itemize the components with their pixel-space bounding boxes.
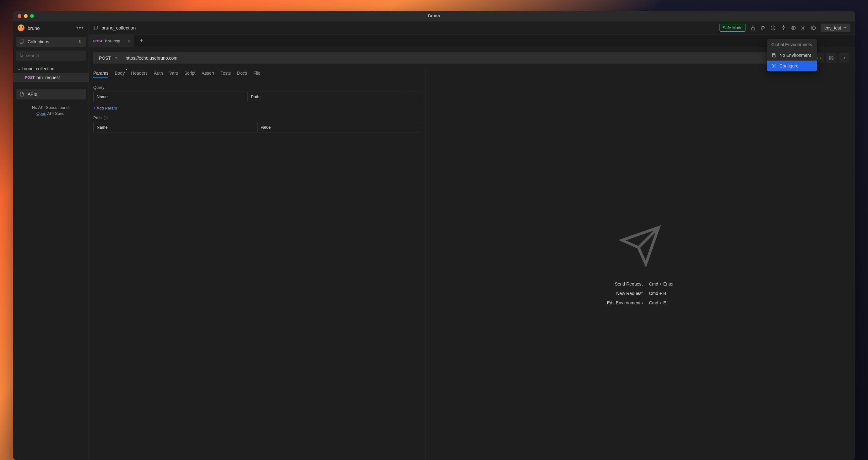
tab-body[interactable]: Body <box>115 69 125 78</box>
collection-name: bruno_collection <box>22 66 54 71</box>
svg-point-1 <box>20 54 22 57</box>
window-minimize-button[interactable] <box>24 14 28 18</box>
info-icon[interactable]: ? <box>104 116 108 120</box>
apis-label: APIs <box>28 92 37 97</box>
runner-icon[interactable] <box>780 25 786 31</box>
query-actions-header <box>402 92 421 102</box>
tab-auth[interactable]: Auth <box>154 69 163 78</box>
lock-icon[interactable] <box>750 25 756 31</box>
tab-headers[interactable]: Headers <box>131 69 148 78</box>
apis-button[interactable]: APIs <box>16 89 86 99</box>
method-select[interactable]: POST ▼ <box>93 56 123 61</box>
apis-empty-text: No API Specs found. <box>17 105 85 110</box>
new-request-label: New Request <box>607 291 643 296</box>
env-menu-header: Global Environments <box>767 39 817 50</box>
app-window: Bruno bruno ••• Collections ⇅ <box>13 11 855 460</box>
edit-env-label: Edit Environments <box>607 300 643 305</box>
query-path-header: Path <box>248 92 402 102</box>
branch-icon[interactable] <box>760 25 766 31</box>
chevron-down-icon: ⌄ <box>18 67 21 71</box>
environment-dropdown[interactable]: env_test ▼ <box>820 24 850 32</box>
tab-assert[interactable]: Assert <box>202 69 214 78</box>
collection-folder[interactable]: ⌄ bruno_collection <box>13 64 89 73</box>
url-input[interactable] <box>123 56 810 61</box>
tab-method: POST <box>93 39 103 43</box>
request-item[interactable]: POST bru_request <box>13 73 89 82</box>
window-close-button[interactable] <box>18 14 21 18</box>
save-button[interactable] <box>826 53 837 63</box>
request-editor: Params Body Headers Auth Vars Script Ass… <box>89 69 426 460</box>
add-tab-button[interactable]: + <box>135 38 148 44</box>
url-bar-row: POST ▼ <box>89 47 855 69</box>
edit-env-key: Cmd + E <box>649 300 674 305</box>
open-api-spec-link[interactable]: Open <box>36 111 46 116</box>
search-icon <box>20 53 24 58</box>
request-body: Params Body Headers Auth Vars Script Ass… <box>89 69 855 460</box>
svg-point-4 <box>761 26 763 27</box>
eye-icon[interactable] <box>790 25 796 31</box>
new-request-key: Cmd + B <box>649 291 674 296</box>
bruno-logo-icon <box>18 25 25 31</box>
tab-script[interactable]: Script <box>184 69 196 78</box>
send-request-key: Cmd + Enter <box>649 282 674 287</box>
sidebar-header: bruno ••• <box>13 21 89 35</box>
svg-point-5 <box>761 29 763 30</box>
send-button[interactable] <box>838 53 849 63</box>
path-label: Path ? <box>93 116 421 120</box>
env-label: env_test <box>824 25 841 30</box>
sidebar-menu-icon[interactable]: ••• <box>76 25 84 31</box>
chevron-down-icon: ▼ <box>115 57 118 60</box>
request-tab[interactable]: POST bru_requ... × <box>89 35 135 47</box>
topbar: bruno_collection Safe Mode env_test ▼ <box>89 21 855 35</box>
tab-vars[interactable]: Vars <box>169 69 178 78</box>
environment-menu: Global Environments No Environment Confi… <box>767 39 817 71</box>
logo-row: bruno <box>18 25 39 31</box>
apis-open-suffix: API Spec. <box>46 111 66 116</box>
window-maximize-button[interactable] <box>30 14 34 18</box>
safe-mode-badge[interactable]: Safe Mode <box>719 24 746 32</box>
tab-params[interactable]: Params <box>93 69 108 78</box>
globe-icon[interactable] <box>810 25 816 31</box>
window-title: Bruno <box>428 13 440 18</box>
apis-empty-state: No API Specs found. Open API Spec. <box>13 101 89 120</box>
collection-icon <box>93 25 98 30</box>
svg-point-8 <box>783 25 784 26</box>
send-request-label: Send Request <box>607 282 643 287</box>
url-actions <box>813 53 850 63</box>
svg-point-10 <box>803 27 804 29</box>
tab-file[interactable]: File <box>253 69 261 78</box>
tab-close-icon[interactable]: × <box>127 39 130 44</box>
gear-icon <box>771 63 776 68</box>
query-name-header: Name <box>94 92 248 102</box>
traffic-lights <box>13 14 34 18</box>
collections-button[interactable]: Collections ⇅ <box>16 37 86 47</box>
chevron-down-icon: ▼ <box>843 26 847 30</box>
document-icon <box>20 92 25 97</box>
main-area: bruno_collection Safe Mode env_test ▼ <box>89 21 855 460</box>
add-param-button[interactable]: + Add Param <box>93 106 421 110</box>
app-name: bruno <box>28 25 39 31</box>
database-off-icon <box>771 53 776 58</box>
configure-item[interactable]: Configure <box>767 61 817 71</box>
search-input[interactable] <box>26 53 82 58</box>
collections-icon <box>20 39 25 44</box>
shortcuts-list: Send Request Cmd + Enter New Request Cmd… <box>607 282 674 305</box>
collections-label: Collections <box>28 39 49 44</box>
tab-tests[interactable]: Tests <box>220 69 231 78</box>
method-label: POST <box>99 56 111 61</box>
search-box[interactable] <box>16 51 86 61</box>
svg-rect-0 <box>21 40 24 43</box>
gear-icon[interactable] <box>801 25 806 31</box>
clock-icon[interactable] <box>770 25 776 31</box>
sidebar: bruno ••• Collections ⇅ ⌄ bruno_collecti… <box>13 21 89 460</box>
sort-icon[interactable]: ⇅ <box>79 39 82 44</box>
method-badge: POST <box>25 76 35 79</box>
app-body: bruno ••• Collections ⇅ ⌄ bruno_collecti… <box>13 21 855 460</box>
tabbar: POST bru_requ... × + <box>89 35 855 47</box>
topbar-actions: Safe Mode env_test ▼ <box>719 24 850 32</box>
no-environment-item[interactable]: No Environment <box>767 50 817 61</box>
svg-rect-3 <box>751 28 755 30</box>
tab-docs[interactable]: Docs <box>237 69 247 78</box>
collection-tree: ⌄ bruno_collection POST bru_request <box>13 62 89 84</box>
url-bar: POST ▼ <box>93 52 810 64</box>
